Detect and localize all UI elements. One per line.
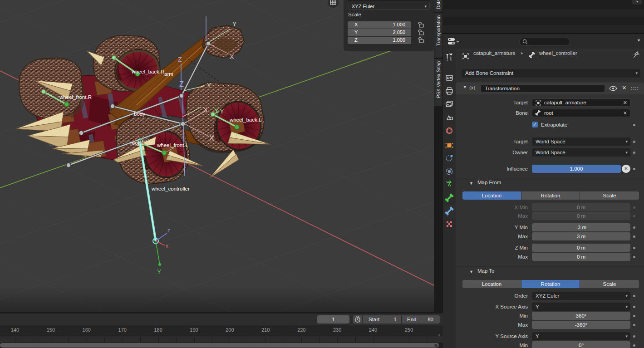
svg-text:wheel_front.L: wheel_front.L: [157, 142, 189, 148]
svg-text:wheel_controller: wheel_controller: [151, 186, 190, 191]
svg-text:Y: Y: [157, 268, 162, 275]
svg-text:x: x: [166, 243, 168, 249]
svg-text:X: X: [203, 106, 208, 113]
svg-text:X: X: [230, 53, 234, 60]
svg-text:Y: Y: [214, 107, 219, 114]
svg-text:body: body: [134, 111, 145, 117]
svg-text:y: y: [170, 154, 172, 158]
svg-text:wheel_back.R: wheel_back.R: [131, 69, 164, 74]
svg-text:wheel_back.L: wheel_back.L: [229, 117, 262, 123]
svg-text:arm: arm: [164, 71, 173, 77]
svg-text:Y: Y: [207, 82, 211, 89]
svg-text:Z: Z: [179, 80, 184, 88]
svg-text:Y: Y: [220, 108, 224, 115]
svg-text:X: X: [209, 134, 214, 142]
svg-text:Y: Y: [232, 20, 237, 28]
svg-text:z: z: [47, 83, 49, 88]
svg-text:y: y: [236, 132, 238, 136]
svg-text:wheel_front.R: wheel_front.R: [59, 94, 92, 100]
svg-text:root: root: [130, 140, 140, 146]
svg-text:z: z: [167, 227, 170, 234]
svg-text:z: z: [120, 50, 122, 54]
svg-text:x: x: [40, 86, 42, 90]
svg-text:Z: Z: [178, 56, 182, 63]
